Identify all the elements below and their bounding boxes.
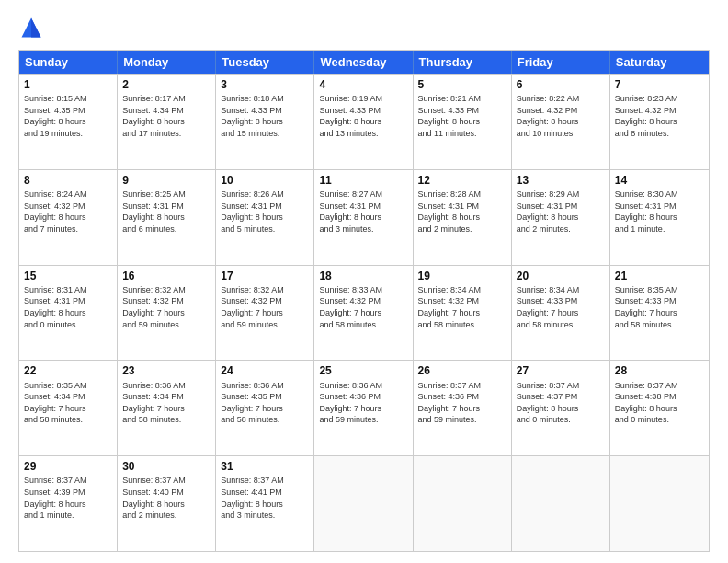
cell-line: Sunrise: 8:28 AM (418, 190, 482, 199)
cell-line: Daylight: 7 hours (615, 308, 677, 317)
calendar-cell: 23Sunrise: 8:36 AMSunset: 4:34 PMDayligh… (118, 361, 216, 455)
cell-line: Daylight: 8 hours (418, 117, 481, 126)
calendar-cell: 9Sunrise: 8:25 AMSunset: 4:31 PMDaylight… (118, 170, 216, 265)
logo-icon (18, 15, 44, 40)
calendar-cell: 19Sunrise: 8:34 AMSunset: 4:32 PMDayligh… (414, 266, 512, 361)
cell-line: Daylight: 7 hours (122, 308, 185, 317)
weekday-header: Sunday (19, 51, 118, 74)
calendar-cell: 14Sunrise: 8:30 AMSunset: 4:31 PMDayligh… (610, 170, 709, 265)
calendar-cell: 20Sunrise: 8:34 AMSunset: 4:33 PMDayligh… (512, 266, 610, 361)
cell-info: Sunrise: 8:25 AMSunset: 4:31 PMDaylight:… (122, 189, 210, 235)
cell-line: Sunrise: 8:18 AM (221, 94, 284, 103)
cell-line: and 58 minutes. (615, 320, 674, 329)
day-number: 23 (122, 363, 210, 378)
cell-line: Sunset: 4:32 PM (517, 106, 578, 115)
calendar-cell: 29Sunrise: 8:37 AMSunset: 4:39 PMDayligh… (19, 456, 118, 551)
cell-line: Daylight: 8 hours (122, 213, 185, 222)
calendar-cell: 6Sunrise: 8:22 AMSunset: 4:32 PMDaylight… (512, 75, 610, 169)
cell-info: Sunrise: 8:27 AMSunset: 4:31 PMDaylight:… (319, 189, 407, 235)
cell-line: Sunrise: 8:36 AM (122, 381, 186, 390)
cell-line: Sunrise: 8:25 AM (122, 190, 186, 199)
cell-line: Daylight: 7 hours (517, 308, 579, 317)
cell-line: Sunset: 4:36 PM (319, 392, 381, 401)
day-number: 24 (221, 363, 309, 378)
calendar-cell: 17Sunrise: 8:32 AMSunset: 4:32 PMDayligh… (216, 266, 314, 361)
weekday-header: Tuesday (216, 51, 314, 74)
calendar-cell: 28Sunrise: 8:37 AMSunset: 4:38 PMDayligh… (610, 361, 709, 455)
calendar-row: 15Sunrise: 8:31 AMSunset: 4:31 PMDayligh… (19, 265, 709, 361)
cell-line: and 58 minutes. (122, 415, 181, 424)
cell-line: Daylight: 8 hours (122, 500, 185, 509)
cell-line: Daylight: 7 hours (418, 404, 481, 413)
cell-line: Daylight: 8 hours (24, 117, 86, 126)
cell-line: Daylight: 8 hours (517, 404, 579, 413)
cell-line: and 58 minutes. (24, 415, 83, 424)
calendar-cell: 13Sunrise: 8:29 AMSunset: 4:31 PMDayligh… (512, 170, 610, 265)
day-number: 15 (24, 269, 112, 283)
day-number: 8 (24, 173, 112, 188)
cell-line: Daylight: 8 hours (24, 308, 86, 317)
calendar-row: 29Sunrise: 8:37 AMSunset: 4:39 PMDayligh… (19, 455, 709, 551)
day-number: 16 (122, 269, 210, 283)
cell-line: Sunrise: 8:30 AM (615, 190, 678, 199)
cell-line: Sunrise: 8:34 AM (418, 285, 482, 294)
calendar-cell: 5Sunrise: 8:21 AMSunset: 4:33 PMDaylight… (414, 75, 512, 169)
cell-line: Daylight: 7 hours (221, 308, 283, 317)
cell-line: and 15 minutes. (221, 129, 279, 138)
calendar-row: 1Sunrise: 8:15 AMSunset: 4:35 PMDaylight… (19, 74, 709, 169)
cell-line: Sunrise: 8:37 AM (615, 381, 678, 390)
cell-line: and 2 minutes. (122, 511, 176, 520)
cell-line: Sunset: 4:34 PM (122, 392, 184, 401)
day-number: 13 (517, 173, 605, 188)
cell-info: Sunrise: 8:23 AMSunset: 4:32 PMDaylight:… (615, 93, 704, 139)
cell-line: Daylight: 8 hours (418, 213, 481, 222)
empty-cell (414, 456, 512, 551)
cell-info: Sunrise: 8:37 AMSunset: 4:37 PMDaylight:… (517, 380, 605, 426)
cell-line: Daylight: 8 hours (615, 404, 677, 413)
cell-line: and 13 minutes. (319, 129, 378, 138)
day-number: 25 (319, 363, 407, 378)
cell-info: Sunrise: 8:36 AMSunset: 4:34 PMDaylight:… (122, 380, 210, 426)
cell-line: and 2 minutes. (517, 224, 571, 234)
cell-info: Sunrise: 8:21 AMSunset: 4:33 PMDaylight:… (418, 93, 506, 139)
calendar-body: 1Sunrise: 8:15 AMSunset: 4:35 PMDaylight… (19, 74, 709, 551)
calendar-cell: 22Sunrise: 8:35 AMSunset: 4:34 PMDayligh… (19, 361, 118, 455)
calendar: SundayMondayTuesdayWednesdayThursdayFrid… (18, 50, 710, 552)
cell-line: Sunrise: 8:26 AM (221, 190, 284, 199)
calendar-cell: 11Sunrise: 8:27 AMSunset: 4:31 PMDayligh… (314, 170, 413, 265)
cell-line: Sunrise: 8:29 AM (517, 190, 580, 199)
cell-line: Sunrise: 8:33 AM (319, 285, 382, 294)
cell-info: Sunrise: 8:32 AMSunset: 4:32 PMDaylight:… (221, 284, 309, 330)
cell-info: Sunrise: 8:37 AMSunset: 4:39 PMDaylight:… (24, 475, 112, 521)
day-number: 26 (418, 363, 506, 378)
cell-line: Daylight: 8 hours (221, 213, 283, 222)
cell-line: and 59 minutes. (418, 415, 477, 424)
cell-line: Sunset: 4:32 PM (221, 296, 282, 305)
cell-line: Sunset: 4:41 PM (221, 488, 282, 497)
cell-line: Daylight: 8 hours (615, 117, 677, 126)
calendar-row: 8Sunrise: 8:24 AMSunset: 4:32 PMDaylight… (19, 169, 709, 265)
cell-line: Sunset: 4:33 PM (517, 296, 578, 305)
day-number: 9 (122, 173, 210, 188)
cell-line: Daylight: 7 hours (418, 308, 481, 317)
cell-info: Sunrise: 8:15 AMSunset: 4:35 PMDaylight:… (24, 93, 112, 139)
cell-info: Sunrise: 8:37 AMSunset: 4:36 PMDaylight:… (418, 380, 506, 426)
weekday-header: Wednesday (314, 51, 413, 74)
cell-line: Sunset: 4:34 PM (122, 106, 184, 115)
day-number: 5 (418, 77, 506, 92)
cell-line: Daylight: 8 hours (517, 117, 579, 126)
cell-info: Sunrise: 8:30 AMSunset: 4:31 PMDaylight:… (615, 189, 704, 235)
cell-line: Sunset: 4:31 PM (24, 296, 85, 305)
calendar-cell: 31Sunrise: 8:37 AMSunset: 4:41 PMDayligh… (216, 456, 314, 551)
cell-line: and 58 minutes. (418, 320, 477, 329)
calendar-cell: 2Sunrise: 8:17 AMSunset: 4:34 PMDaylight… (118, 75, 216, 169)
calendar-cell: 8Sunrise: 8:24 AMSunset: 4:32 PMDaylight… (19, 170, 118, 265)
cell-info: Sunrise: 8:28 AMSunset: 4:31 PMDaylight:… (418, 189, 506, 235)
cell-info: Sunrise: 8:34 AMSunset: 4:33 PMDaylight:… (517, 284, 605, 330)
calendar-cell: 27Sunrise: 8:37 AMSunset: 4:37 PMDayligh… (512, 361, 610, 455)
cell-line: Sunrise: 8:32 AM (122, 285, 186, 294)
cell-line: Daylight: 8 hours (24, 213, 86, 222)
cell-line: Sunrise: 8:17 AM (122, 94, 186, 103)
empty-cell (512, 456, 610, 551)
cell-line: and 0 minutes. (24, 320, 78, 329)
